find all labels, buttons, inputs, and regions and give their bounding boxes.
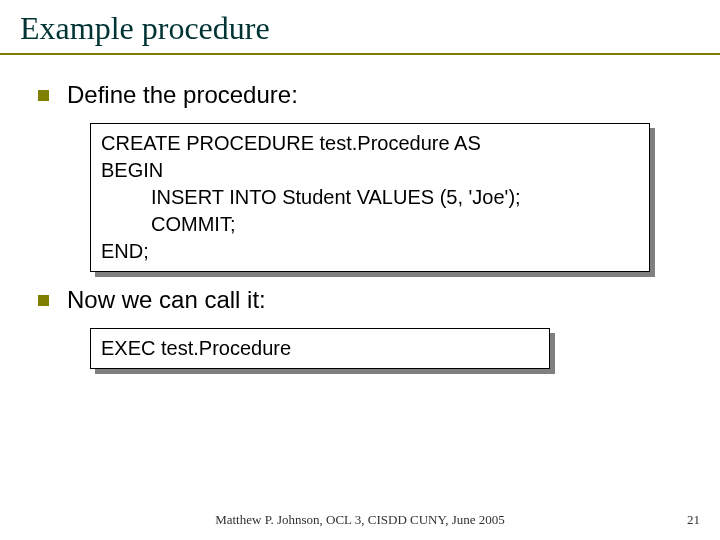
- code-block: EXEC test.Procedure: [90, 328, 550, 369]
- footer-text: Matthew P. Johnson, OCL 3, CISDD CUNY, J…: [0, 512, 720, 528]
- code-content: CREATE PROCEDURE test.Procedure AS BEGIN…: [90, 123, 650, 272]
- bullet-text: Now we can call it:: [67, 286, 266, 314]
- code-content: EXEC test.Procedure: [90, 328, 550, 369]
- bullet-icon: [38, 295, 49, 306]
- bullet-icon: [38, 90, 49, 101]
- title-bar: Example procedure: [0, 0, 720, 55]
- slide-body: Define the procedure: CREATE PROCEDURE t…: [0, 55, 720, 369]
- bullet-text: Define the procedure:: [67, 81, 298, 109]
- slide-title: Example procedure: [20, 10, 700, 47]
- bullet-item: Define the procedure:: [38, 81, 690, 109]
- code-block: CREATE PROCEDURE test.Procedure AS BEGIN…: [90, 123, 650, 272]
- page-number: 21: [687, 512, 700, 528]
- bullet-item: Now we can call it:: [38, 286, 690, 314]
